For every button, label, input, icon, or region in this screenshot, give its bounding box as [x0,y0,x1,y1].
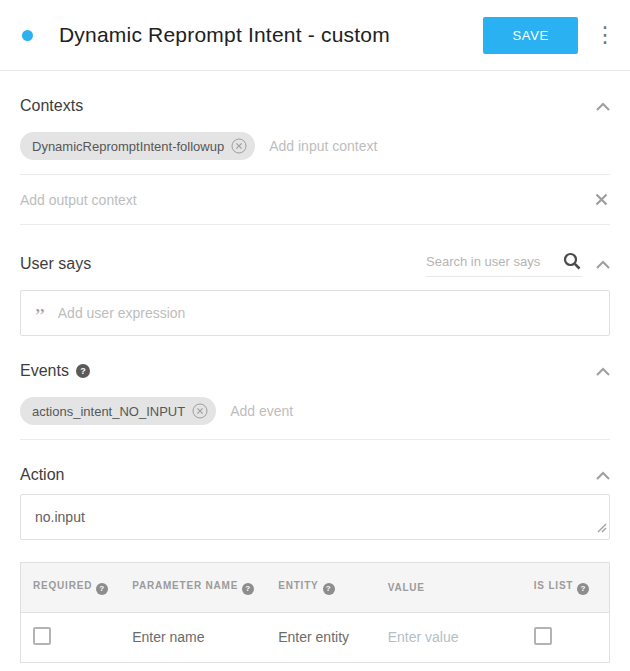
user-expression-box: ” [20,290,610,336]
events-header: Events ? [20,362,610,380]
value-column-header: VALUE [376,563,522,613]
user-says-section: User says ” [20,251,610,336]
input-contexts-row: DynamicRepromptIntent-followup [20,119,610,175]
parameter-row [21,612,610,662]
user-says-collapse-chevron-up-icon[interactable] [596,260,610,269]
contexts-section: Contexts DynamicRepromptIntent-followup [20,97,610,225]
parameters-table: REQUIRED? PARAMETER NAME? ENTITY? VALUE … [20,562,610,663]
entity-column-header: ENTITY? [266,563,375,613]
remove-input-context-icon[interactable] [231,138,247,154]
add-input-context-field[interactable] [269,138,450,154]
action-header: Action [20,466,610,484]
events-row: actions_intent_NO_INPUT [20,384,610,440]
intent-status-dot [22,30,33,41]
parameter-entity-field[interactable] [278,629,359,645]
input-context-chip-label: DynamicRepromptIntent-followup [32,139,224,154]
remove-event-icon[interactable] [192,403,208,419]
required-column-header: REQUIRED? [21,563,121,613]
add-user-expression-field[interactable] [58,305,595,321]
parameters-header-row: REQUIRED? PARAMETER NAME? ENTITY? VALUE … [21,563,610,613]
action-input-box [20,494,610,540]
is-list-help-icon[interactable]: ? [577,583,589,595]
parameter-name-field[interactable] [132,629,248,645]
user-says-header: User says [20,251,610,277]
events-help-icon[interactable]: ? [76,364,90,378]
add-event-field[interactable] [230,403,411,419]
action-collapse-chevron-up-icon[interactable] [596,471,610,480]
parameter-name-help-icon[interactable]: ? [242,583,254,595]
parameter-name-column-header: PARAMETER NAME? [120,563,266,613]
input-context-chip: DynamicRepromptIntent-followup [20,132,255,160]
intent-form: Contexts DynamicRepromptIntent-followup [0,97,630,663]
contexts-header: Contexts [20,97,610,115]
clear-output-context-icon[interactable] [593,191,610,208]
is-list-column-header: IS LIST? [522,563,610,613]
events-collapse-chevron-up-icon[interactable] [596,367,610,376]
more-options-icon[interactable]: ⋮ [594,24,616,46]
event-chip-label: actions_intent_NO_INPUT [32,404,185,419]
entity-help-icon[interactable]: ? [323,583,335,595]
parameter-value-field[interactable] [388,629,504,645]
action-name-field[interactable] [35,509,595,525]
action-title: Action [20,466,64,484]
page-title: Dynamic Reprompt Intent - custom [59,23,483,47]
user-says-search [426,251,582,277]
quote-icon: ” [35,310,45,322]
save-button[interactable]: SAVE [483,17,578,54]
action-section: Action [20,466,610,540]
intent-header: Dynamic Reprompt Intent - custom SAVE ⋮ [0,0,630,71]
contexts-collapse-chevron-up-icon[interactable] [596,102,610,111]
search-input[interactable] [426,254,554,269]
is-list-checkbox[interactable] [534,627,552,645]
events-title: Events [20,362,69,380]
user-says-title: User says [20,255,91,273]
events-section: Events ? actions_intent_NO_INPUT [20,362,610,440]
output-contexts-row [20,175,610,225]
search-icon[interactable] [562,251,582,271]
required-checkbox[interactable] [33,627,51,645]
contexts-title: Contexts [20,97,83,115]
resize-grip-icon[interactable] [597,519,607,537]
required-help-icon[interactable]: ? [96,583,108,595]
add-output-context-field[interactable] [20,192,593,208]
event-chip: actions_intent_NO_INPUT [20,397,216,425]
